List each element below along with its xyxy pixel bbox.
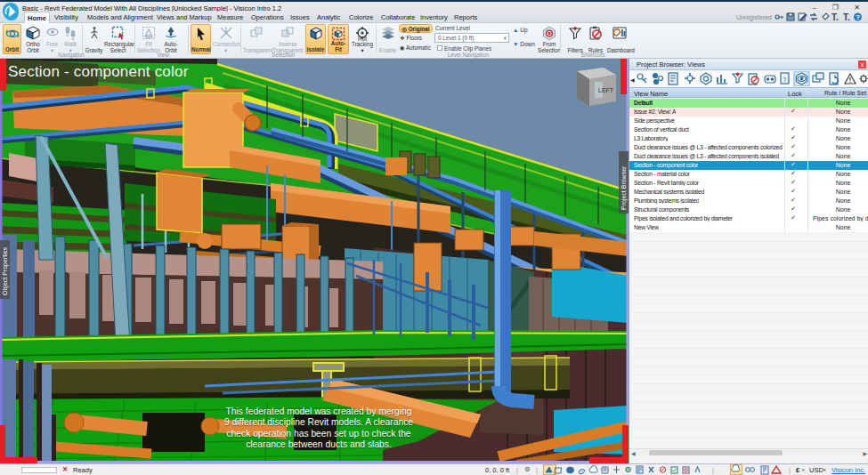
svg-text:LEFT: LEFT [598,87,614,93]
svg-text:T.: T. [843,12,850,22]
svg-text:?: ? [783,76,787,84]
svg-text:T.: T. [831,12,839,22]
svg-text:Object Properties: Object Properties [2,246,9,295]
svg-text:?: ? [856,13,860,21]
svg-text:Project Browser: Project Browser [621,165,628,210]
